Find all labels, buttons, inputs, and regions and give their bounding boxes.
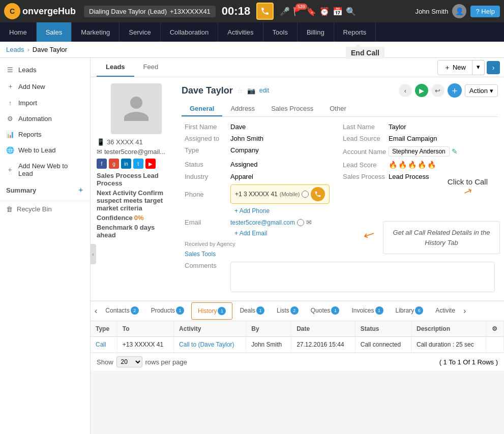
- nav-service[interactable]: Service: [120, 22, 160, 42]
- scroll-tabs-left[interactable]: ‹: [93, 304, 99, 318]
- scroll-tabs-right[interactable]: ›: [461, 304, 468, 318]
- profile-right-panel: Dave Taylor ☆ 📷 edit ‹ ▶ ↩ ＋ Action ▾: [182, 83, 498, 294]
- new-button[interactable]: ＋ New: [437, 60, 472, 75]
- profile-email-value: tester5core@gmail...: [104, 148, 165, 156]
- prev-record-button[interactable]: ‹: [399, 84, 412, 97]
- sidebar-label-web-to-lead: Web to Lead: [18, 146, 55, 154]
- avatar[interactable]: 👤: [452, 4, 466, 18]
- sales-tools-link[interactable]: Sales Tools: [185, 251, 216, 258]
- tab-activite[interactable]: Activite: [429, 303, 461, 319]
- nav-reports[interactable]: Reports: [334, 22, 376, 42]
- nav-activities[interactable]: Activities: [218, 22, 263, 42]
- sidebar-item-reports[interactable]: 📊 Reports: [0, 127, 90, 142]
- history-badge: 1: [218, 307, 226, 315]
- sidebar-item-add-new[interactable]: ＋ Add New: [0, 78, 90, 95]
- nav-sales[interactable]: Sales: [37, 22, 72, 42]
- nav-bar: Home Sales Marketing Service Collaborati…: [0, 22, 504, 42]
- google-icon[interactable]: g: [109, 159, 119, 169]
- sidebar-item-leads[interactable]: ☰ Leads: [0, 62, 90, 78]
- breadcrumb: Leads › Dave Taylor: [0, 42, 504, 58]
- tab-quotes[interactable]: Quotes 1: [305, 302, 346, 320]
- call-icon-button[interactable]: [256, 3, 274, 20]
- tab-lists[interactable]: Lists 2: [271, 302, 305, 320]
- tab-invoices[interactable]: Invoices 1: [345, 302, 389, 320]
- email-compose-icon[interactable]: ✉: [306, 219, 312, 226]
- phone-input-value: +1 3 XXXXX 41: [235, 191, 278, 198]
- tab-leads[interactable]: Leads: [97, 58, 134, 77]
- sidebar-collapse-button[interactable]: ‹: [90, 244, 96, 264]
- email-radio-button[interactable]: [297, 219, 304, 226]
- tab-feed[interactable]: Feed: [134, 58, 168, 77]
- detail-tab-sales-process[interactable]: Sales Process: [263, 102, 321, 116]
- mic-icon[interactable]: 🎤: [280, 7, 290, 16]
- form-row-type: Type Company: [182, 144, 340, 159]
- summary-add-icon[interactable]: ＋: [77, 185, 84, 195]
- lead-source-label: Lead Source: [343, 135, 389, 142]
- collapse-panel-button[interactable]: ›: [487, 61, 500, 74]
- row-type[interactable]: Call: [91, 337, 117, 353]
- search-icon[interactable]: 🔍: [346, 7, 356, 16]
- clock-icon[interactable]: ⏰: [319, 7, 330, 16]
- sales-process-label: Sales Process: [343, 173, 389, 180]
- comments-label: Comments: [185, 262, 230, 269]
- phone-radio-button[interactable]: [302, 191, 309, 198]
- comments-textarea[interactable]: [230, 262, 495, 292]
- show-rows-control: Show 20 50 100 rows per page: [97, 356, 187, 367]
- sidebar-item-add-new-web-to-lead[interactable]: ＋ Add New Web to Lead: [0, 158, 90, 181]
- nav-tools[interactable]: Tools: [263, 22, 298, 42]
- top-bar: C onvergeHub Dialing Dave Taylor (Lead) …: [0, 0, 504, 22]
- account-edit-icon[interactable]: ✎: [452, 147, 458, 156]
- nav-billing[interactable]: Billing: [298, 22, 334, 42]
- first-name-value: Dave: [230, 123, 246, 131]
- email-label: Email: [185, 219, 230, 226]
- youtube-icon[interactable]: ▶: [145, 159, 156, 169]
- type-label: Type: [185, 146, 230, 157]
- industry-value: Apparel: [230, 173, 253, 180]
- account-name-input[interactable]: [389, 146, 450, 157]
- detail-tab-address[interactable]: Address: [222, 102, 263, 116]
- summary-section: Summary ＋: [0, 181, 90, 199]
- tab-deals[interactable]: Deals 1: [233, 302, 271, 320]
- sidebar-item-web-to-lead[interactable]: 🌐 Web to Lead: [0, 142, 90, 158]
- row-activity[interactable]: Call to (Dave Taylor): [174, 337, 246, 353]
- col-settings[interactable]: ⚙: [486, 321, 503, 337]
- email-address[interactable]: tester5core@gmail.com: [230, 219, 295, 226]
- rows-per-page-select[interactable]: 20 50 100: [116, 356, 142, 367]
- linkedin-icon[interactable]: in: [121, 159, 131, 169]
- nav-marketing[interactable]: Marketing: [72, 22, 120, 42]
- sidebar-item-recycle-bin[interactable]: 🗑 Recycle Bin: [0, 201, 90, 217]
- add-activity-button[interactable]: ＋: [448, 83, 462, 98]
- twitter-icon[interactable]: t: [133, 159, 143, 169]
- tab-history[interactable]: History 1: [191, 302, 232, 320]
- bookmark-icon[interactable]: 🔖: [306, 7, 316, 16]
- detail-tab-general[interactable]: General: [182, 102, 222, 116]
- recycle-label: Recycle Bin: [17, 205, 52, 213]
- nav-home[interactable]: Home: [0, 22, 37, 42]
- tab-contacts[interactable]: Contacts 2: [99, 302, 144, 320]
- breadcrumb-parent[interactable]: Leads: [6, 46, 24, 53]
- add-phone-link[interactable]: + Add Phone: [230, 206, 274, 215]
- edit-link[interactable]: edit: [259, 87, 269, 94]
- breadcrumb-current: Dave Taylor: [33, 46, 67, 53]
- tab-library[interactable]: Library 6: [390, 302, 430, 320]
- click-to-call-button[interactable]: [311, 187, 325, 201]
- new-button-dropdown[interactable]: ▾: [472, 60, 485, 75]
- detail-tab-other[interactable]: Other: [321, 102, 354, 116]
- nav-collaboration[interactable]: Collaboration: [161, 22, 219, 42]
- flag-icon[interactable]: 🚩 539: [293, 7, 303, 16]
- calendar-icon[interactable]: 📅: [333, 7, 343, 16]
- star-icon[interactable]: ☆: [237, 87, 243, 95]
- action-dropdown[interactable]: Action ▾: [465, 84, 498, 97]
- help-button[interactable]: ? Help: [470, 6, 500, 17]
- camera-icon[interactable]: 📷: [247, 87, 255, 95]
- sidebar-item-automation[interactable]: ⚙ Automation: [0, 111, 90, 127]
- content-tabs: Leads Feed: [91, 58, 173, 77]
- add-email-link[interactable]: + Add Email: [230, 229, 271, 238]
- facebook-icon[interactable]: f: [97, 159, 107, 169]
- play-button[interactable]: ▶: [415, 84, 428, 97]
- reply-button[interactable]: ↩: [431, 84, 444, 97]
- sidebar-item-import[interactable]: ↑ Import: [0, 95, 90, 111]
- col-to: To: [117, 321, 173, 337]
- tab-products[interactable]: Products 1: [145, 302, 190, 320]
- logo: C onvergeHub: [4, 3, 76, 19]
